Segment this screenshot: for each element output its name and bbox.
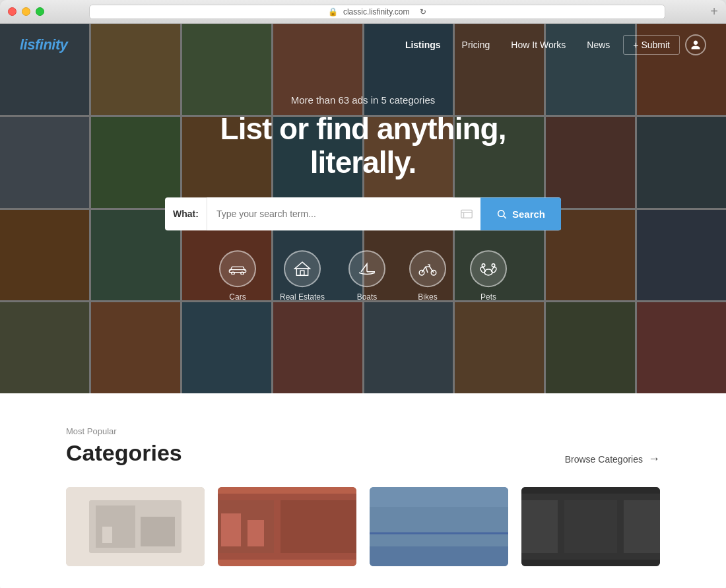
svg-point-14 (482, 264, 485, 267)
search-bar: What: Search (165, 197, 561, 230)
svg-rect-9 (296, 269, 308, 275)
category-cards (66, 487, 660, 566)
category-pets[interactable]: Pets (470, 250, 507, 302)
svg-rect-25 (221, 513, 241, 546)
svg-point-3 (498, 211, 504, 216)
maximize-button[interactable] (36, 7, 44, 16)
search-button-label: Search (512, 209, 545, 220)
cars-label: Cars (229, 292, 246, 302)
nav-link-news[interactable]: News (579, 36, 618, 54)
svg-point-13 (484, 269, 492, 275)
category-card-3[interactable] (370, 487, 508, 566)
section-label: Most Popular (66, 426, 182, 436)
boats-label: Boats (357, 292, 378, 302)
hero-content: More than 63 ads in 5 categories List or… (165, 94, 561, 302)
cars-icon (219, 250, 256, 287)
new-tab-button[interactable]: + (710, 4, 718, 19)
section-title-group: Most Popular Categories (66, 426, 182, 466)
svg-rect-34 (564, 500, 617, 553)
svg-rect-20 (102, 527, 112, 543)
svg-rect-26 (248, 520, 264, 546)
pets-label: Pets (480, 292, 496, 302)
svg-rect-24 (280, 500, 356, 553)
real-estates-icon (284, 250, 321, 287)
nav-links: Listings Pricing How It Works News + Sub… (397, 34, 706, 55)
svg-rect-35 (624, 500, 660, 553)
svg-rect-18 (96, 506, 135, 548)
navbar: lisfinity Listings Pricing How It Works … (0, 24, 726, 66)
svg-rect-33 (521, 500, 558, 553)
category-card-2[interactable] (218, 487, 356, 566)
minimize-button[interactable] (22, 7, 30, 16)
bikes-icon (409, 250, 446, 287)
lower-section: Most Popular Categories Browse Categorie… (0, 393, 726, 588)
category-icons: Cars Real Estates (165, 250, 561, 302)
user-icon[interactable] (685, 34, 706, 55)
nav-link-how-it-works[interactable]: How It Works (503, 36, 574, 54)
titlebar: 🔒 classic.lisfinity.com ↻ + (0, 0, 726, 24)
submit-button[interactable]: + Submit (623, 35, 680, 55)
section-title: Categories (66, 440, 182, 466)
category-boats[interactable]: Boats (348, 250, 385, 302)
svg-point-7 (241, 272, 244, 275)
hero-title: List or find anything, literally. (165, 112, 561, 179)
category-cars[interactable]: Cars (219, 250, 256, 302)
category-card-1[interactable] (66, 487, 205, 566)
mac-window: 🔒 classic.lisfinity.com ↻ + (0, 0, 726, 588)
boats-icon (348, 250, 385, 287)
bikes-label: Bikes (418, 292, 437, 302)
logo-text: lisfinity (20, 36, 68, 53)
browser-content: lisfinity Listings Pricing How It Works … (0, 24, 726, 588)
pets-icon (470, 250, 507, 287)
search-button[interactable]: Search (480, 197, 561, 230)
browse-categories-link[interactable]: Browse Categories → (565, 452, 660, 466)
nav-link-listings[interactable]: Listings (397, 36, 449, 54)
close-button[interactable] (8, 7, 16, 16)
svg-rect-19 (141, 517, 175, 546)
svg-rect-29 (370, 507, 508, 546)
svg-marker-8 (294, 262, 310, 269)
search-input[interactable] (207, 197, 453, 230)
real-estates-label: Real Estates (280, 292, 325, 302)
search-what-label: What: (165, 197, 207, 230)
address-bar[interactable]: 🔒 classic.lisfinity.com ↻ (89, 5, 665, 19)
svg-point-6 (232, 272, 234, 275)
browse-link-text: Browse Categories (565, 454, 643, 465)
hero-subtitle: More than 63 ads in 5 categories (165, 94, 561, 106)
svg-point-15 (492, 264, 495, 267)
url-text: classic.lisfinity.com (343, 7, 409, 16)
svg-rect-10 (300, 271, 304, 275)
svg-line-4 (504, 216, 506, 218)
category-bikes[interactable]: Bikes (409, 250, 446, 302)
category-card-4[interactable] (521, 487, 660, 566)
section-header: Most Popular Categories Browse Categorie… (66, 426, 660, 466)
logo[interactable]: lisfinity (20, 36, 68, 53)
hero-section: lisfinity Listings Pricing How It Works … (0, 24, 726, 393)
browse-arrow-icon: → (648, 452, 660, 466)
reload-icon[interactable]: ↻ (420, 7, 426, 16)
category-real-estates[interactable]: Real Estates (280, 250, 325, 302)
nav-link-pricing[interactable]: Pricing (454, 36, 498, 54)
search-input-icon (453, 197, 480, 230)
svg-rect-0 (461, 210, 473, 218)
lock-icon: 🔒 (328, 7, 338, 16)
